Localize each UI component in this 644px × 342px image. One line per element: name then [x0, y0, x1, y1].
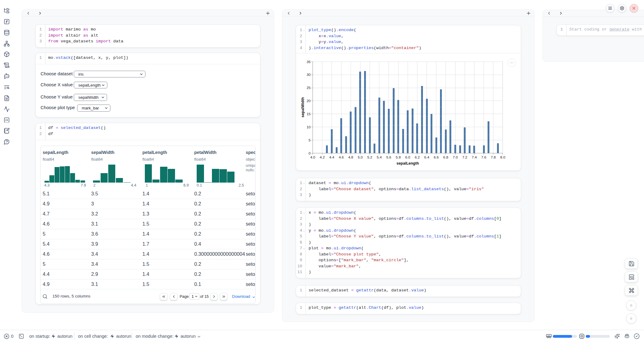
svg-text:5.6: 5.6: [386, 155, 392, 159]
svg-text:5: 5: [309, 138, 311, 142]
svg-text:6.8: 6.8: [443, 155, 449, 159]
svg-text:7.2: 7.2: [462, 155, 467, 159]
svg-text:15: 15: [306, 112, 311, 116]
svg-text:7.0: 7.0: [453, 155, 458, 159]
svg-text:4.6: 4.6: [339, 155, 344, 159]
svg-text:7.6: 7.6: [481, 155, 486, 159]
svg-text:5.8: 5.8: [396, 155, 401, 159]
svg-text:10: 10: [306, 125, 311, 129]
svg-text:sepalWidth: sepalWidth: [301, 97, 305, 118]
svg-text:7.8: 7.8: [491, 155, 496, 159]
svg-text:5.2: 5.2: [367, 155, 372, 159]
svg-text:4.8: 4.8: [348, 155, 353, 159]
svg-text:4.4: 4.4: [329, 155, 335, 159]
svg-text:20: 20: [306, 99, 311, 103]
svg-text:6.4: 6.4: [424, 155, 429, 159]
svg-text:7.4: 7.4: [472, 155, 477, 159]
svg-text:sepalLength: sepalLength: [396, 161, 419, 166]
svg-text:4.2: 4.2: [320, 155, 325, 159]
svg-text:30: 30: [306, 73, 311, 77]
svg-text:0: 0: [309, 151, 311, 155]
svg-text:4.0: 4.0: [310, 155, 315, 159]
svg-text:35: 35: [306, 60, 311, 64]
svg-text:5.4: 5.4: [377, 155, 382, 159]
svg-text:6.2: 6.2: [415, 155, 420, 159]
svg-text:6.6: 6.6: [434, 155, 439, 159]
svg-text:5.0: 5.0: [358, 155, 363, 159]
svg-text:25: 25: [306, 86, 311, 90]
svg-text:8.0: 8.0: [500, 155, 506, 159]
svg-text:6.0: 6.0: [405, 155, 410, 159]
